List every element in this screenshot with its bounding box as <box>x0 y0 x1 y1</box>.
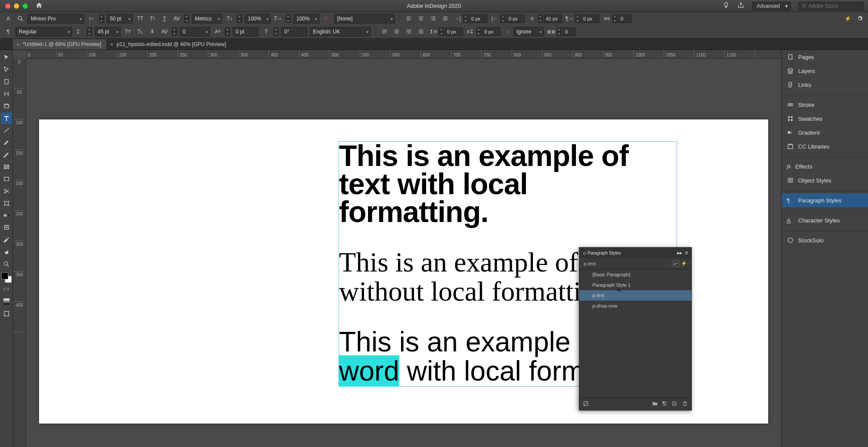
pencil-tool[interactable] <box>1 149 12 160</box>
small-caps-icon[interactable]: Tᴛ <box>123 27 133 36</box>
new-style-icon[interactable]: a+ <box>672 261 680 267</box>
kerning-stepper[interactable]: ▴▾ <box>184 14 189 23</box>
dock-links[interactable]: Links <box>782 78 868 92</box>
dock-swatches[interactable]: Swatches <box>782 112 868 126</box>
search-font-icon[interactable] <box>16 14 25 23</box>
adobe-stock-search[interactable]: Adobe Stock <box>799 2 864 10</box>
paragraph-mode-icon[interactable]: ¶ <box>3 27 13 36</box>
firstline-field[interactable]: 0 px <box>581 14 599 23</box>
columns-a-stepper[interactable]: ▴▾ <box>612 14 618 23</box>
paragraph-styles-panel[interactable]: ◇ Paragraph Styles ▸▸≡ p-text a+ ⚡ [Basi… <box>579 247 692 411</box>
share-icon[interactable] <box>737 2 744 10</box>
dock-pages[interactable]: Pages <box>782 50 868 64</box>
fill-stroke-color-well[interactable] <box>1 272 12 283</box>
baseline-stepper[interactable]: ▴▾ <box>225 27 230 36</box>
align-right-icon[interactable] <box>428 14 438 23</box>
dock-effects[interactable]: fxEffects <box>782 159 868 173</box>
dock-object-styles[interactable]: Object Styles <box>782 173 868 187</box>
tab-untitled[interactable]: ×*Untitled-1 @ 68% [GPU Preview] <box>13 39 107 50</box>
hyphenate-field[interactable]: Ignore <box>513 27 544 36</box>
hand-tool[interactable] <box>1 246 12 258</box>
skew-stepper[interactable]: ▴▾ <box>273 27 279 36</box>
character-mode-icon[interactable]: A <box>3 14 13 23</box>
font-size-stepper[interactable]: ▴▾ <box>99 14 104 23</box>
dock-stroke[interactable]: Stroke <box>782 98 868 112</box>
maximize-window-button[interactable] <box>23 3 28 9</box>
direct-selection-tool[interactable] <box>1 64 12 75</box>
justify-left-icon[interactable] <box>380 27 389 36</box>
autoleading-stepper[interactable]: ▴▾ <box>538 14 543 23</box>
style-item[interactable]: Paragraph Style 1 <box>579 280 691 290</box>
dock-character-styles[interactable]: ACharacter Styles <box>782 213 868 227</box>
minimize-window-button[interactable] <box>14 3 19 9</box>
columns-b-field[interactable]: 0 <box>563 27 576 36</box>
leading-field[interactable]: 45 pt <box>95 27 121 36</box>
format-container-icon[interactable]: □ T <box>1 284 12 295</box>
justify-icon[interactable] <box>441 14 450 23</box>
tracking-stepper[interactable]: ▴▾ <box>172 27 177 36</box>
align-left-icon[interactable] <box>404 14 414 23</box>
selection-tool[interactable] <box>1 52 12 63</box>
eyedropper-tool[interactable] <box>1 234 12 245</box>
font-style-field[interactable]: Regular <box>16 27 72 36</box>
all-caps-icon[interactable]: TT <box>135 14 145 23</box>
right-indent-stepper[interactable]: ▴▾ <box>500 14 506 23</box>
close-tab-icon[interactable]: × <box>16 42 19 47</box>
underline-icon[interactable]: T <box>160 14 169 23</box>
line-tool[interactable] <box>1 125 12 136</box>
scissors-tool[interactable] <box>1 185 12 197</box>
view-mode-icon[interactable] <box>1 308 12 319</box>
lightbulb-icon[interactable] <box>723 2 730 10</box>
subscript-icon[interactable]: T₁ <box>135 27 145 36</box>
skew-field[interactable]: 0° <box>281 27 307 36</box>
vscale-stepper[interactable]: ▴▾ <box>237 14 242 23</box>
page-tool[interactable] <box>1 76 12 87</box>
home-icon[interactable] <box>36 2 43 10</box>
dock-gradient[interactable]: Gradient <box>782 126 868 139</box>
dock-paragraph-styles[interactable]: ¶Paragraph Styles <box>782 193 868 207</box>
justify-center-icon[interactable] <box>392 27 401 36</box>
baseline-field[interactable]: 0 pt <box>233 27 259 36</box>
rectangle-tool[interactable] <box>1 173 12 185</box>
content-collector-tool[interactable] <box>1 100 12 112</box>
justify-right-icon[interactable] <box>404 27 414 36</box>
autoleading-field[interactable]: 41 px <box>544 14 562 23</box>
left-indent-stepper[interactable]: ▴▾ <box>463 14 468 23</box>
dock-layers[interactable]: Layers <box>782 64 868 78</box>
tab-hpslots[interactable]: ×p11_hpslots-edited.indd @ 46% [GPU Prev… <box>107 39 232 50</box>
workspace-select[interactable]: Advanced <box>752 2 791 10</box>
space-before-field[interactable]: 0 px <box>445 27 463 36</box>
close-window-button[interactable] <box>5 3 10 9</box>
apply-color-icon[interactable] <box>1 296 12 307</box>
style-item[interactable]: p-shop-now <box>579 301 691 311</box>
lightning-icon[interactable]: ⚡ <box>843 14 852 23</box>
style-item[interactable]: p-text <box>579 290 691 301</box>
space-after-stepper[interactable]: ▴▾ <box>476 27 481 36</box>
firstline-stepper[interactable]: ▴▾ <box>575 14 580 23</box>
style-group-folder-icon[interactable] <box>652 401 658 408</box>
rectangle-frame-tool[interactable] <box>1 161 12 172</box>
columns-a-field[interactable]: 0 <box>618 14 631 23</box>
kerning-field[interactable]: Metrics <box>192 14 222 23</box>
gradient-swatch-tool[interactable] <box>1 210 12 221</box>
new-style-button-icon[interactable] <box>671 401 677 408</box>
language-field[interactable]: English: UK <box>310 27 371 36</box>
hscale-field[interactable]: 100% <box>293 14 319 23</box>
collapse-panel-icon[interactable]: ▸▸ <box>677 250 682 256</box>
panel-menu-icon[interactable]: ≡ <box>685 250 688 256</box>
font-family-field[interactable]: Minion Pro <box>28 14 84 23</box>
pen-tool[interactable] <box>1 137 12 148</box>
paragraph-bold-local[interactable]: This is an example of text with local fo… <box>339 142 677 226</box>
vertical-ruler[interactable]: 050100150200250300350400 <box>13 59 26 447</box>
strikethrough-icon[interactable]: T <box>148 27 157 36</box>
font-size-field[interactable]: 50 pt <box>107 14 133 23</box>
columns-b-stepper[interactable]: ▴▾ <box>557 27 562 36</box>
gear-icon[interactable] <box>855 14 865 23</box>
leading-stepper[interactable]: ▴▾ <box>87 27 92 36</box>
type-tool[interactable] <box>1 113 12 124</box>
vscale-field[interactable]: 100% <box>245 14 271 23</box>
clear-override-icon[interactable]: ¶⃠ <box>662 401 667 408</box>
right-indent-field[interactable]: 0 px <box>506 14 525 23</box>
delete-style-icon[interactable] <box>682 401 688 408</box>
space-after-field[interactable]: 0 px <box>482 27 500 36</box>
